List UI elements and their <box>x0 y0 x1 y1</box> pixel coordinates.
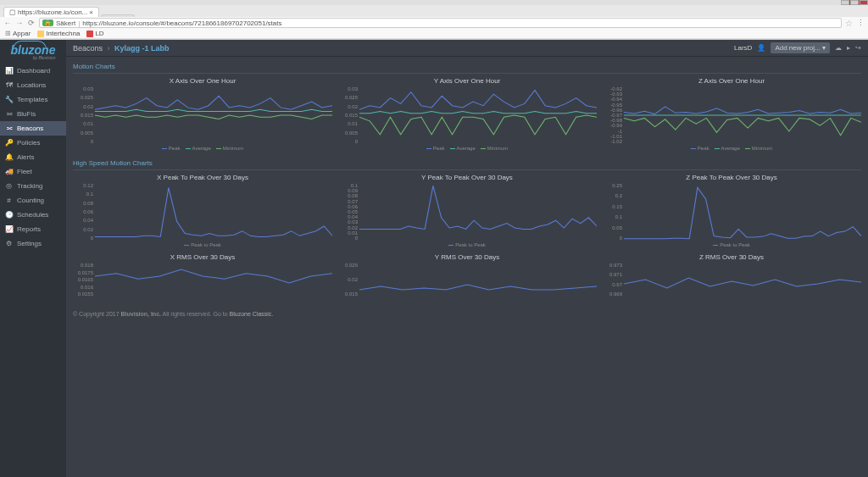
browser-tab-2[interactable] <box>101 14 135 17</box>
y-tick: 0.2 <box>615 193 622 198</box>
sidebar-item-schedules[interactable]: 🕑Schedules <box>0 208 66 222</box>
y-tick: 0.1 <box>615 214 622 219</box>
chart-title: Z Axis Over One Hour <box>602 77 861 85</box>
y-tick: 0.0155 <box>78 291 93 297</box>
legend-minimum[interactable]: Minimum <box>216 146 243 151</box>
browser-chrome: ▢ https://bluzone.io/con... × ← → ⟳ 🔒 Sä… <box>0 0 868 40</box>
logout-icon[interactable]: ↪ <box>855 44 861 52</box>
sidebar-item-policies[interactable]: 🔑Policies <box>0 136 66 150</box>
plot-area[interactable] <box>95 183 332 241</box>
address-bar[interactable]: 🔒 Säkert | https://bluzone.io/console/#/… <box>39 18 842 28</box>
bookmark-ld[interactable]: LD <box>86 30 103 37</box>
legend-minimum[interactable]: Minimum <box>481 146 508 151</box>
legend-peak[interactable]: Peak <box>691 146 709 151</box>
series-peak <box>95 96 332 109</box>
chart-title: Y RMS Over 30 Days <box>337 253 597 261</box>
sidebar-item-counting[interactable]: #Counting <box>0 193 66 208</box>
y-axis: 0.120.10.080.060.040.020 <box>73 183 95 241</box>
y-tick: 0.09 <box>348 188 358 193</box>
window-close[interactable] <box>860 0 868 5</box>
plot-area[interactable] <box>95 263 332 297</box>
y-tick: 0.01 <box>348 230 358 236</box>
series-average <box>359 112 597 114</box>
plot-area[interactable] <box>359 263 597 297</box>
y-tick: -1.02 <box>610 139 622 144</box>
p2p-chart-row: X Peak To Peak Over 30 Days0.120.10.080.… <box>73 174 861 248</box>
y-tick: 0.02 <box>348 225 358 230</box>
sidebar-item-tracking[interactable]: ◎Tracking <box>0 179 66 193</box>
y-tick: 0.04 <box>83 218 93 223</box>
y-tick: -0.94 <box>610 97 622 102</box>
sidebar-item-label: Beacons <box>17 125 43 132</box>
legend-average[interactable]: Average <box>450 146 476 151</box>
legend-p2p[interactable]: Peak to Peak <box>713 242 750 247</box>
apps-button[interactable]: ⊞Appar <box>5 30 31 37</box>
logo[interactable]: bluzone by Bluvision <box>0 40 66 64</box>
y-tick: 0.01 <box>348 121 358 126</box>
chart-title: X RMS Over 30 Days <box>73 253 332 261</box>
breadcrumb-separator: › <box>108 44 110 53</box>
content[interactable]: Motion Charts X Axis Over One Hour0.030.… <box>66 57 868 477</box>
plot-area[interactable] <box>624 263 861 297</box>
tab-title: https://bluzone.io/con... <box>18 8 87 16</box>
sidebar-item-reports[interactable]: 📈Reports <box>0 222 66 236</box>
legend-p2p[interactable]: Peak to Peak <box>184 242 221 247</box>
footer-mid: All rights reserved. Go to <box>163 311 230 317</box>
menu-icon[interactable]: ⋮ <box>856 19 865 27</box>
topbar: Beacons › Kylagg -1 Labb LarsD 👤 Add new… <box>66 40 868 57</box>
add-project-button[interactable]: Add new proj... ▾ <box>771 42 830 53</box>
y-tick: 0.0165 <box>78 277 93 282</box>
plot-area[interactable] <box>359 86 597 144</box>
plot-area[interactable] <box>624 86 861 144</box>
breadcrumb-root[interactable]: Beacons <box>73 44 103 53</box>
y-tick: 0.01 <box>83 121 93 126</box>
truck-icon: 🚚 <box>5 168 13 175</box>
window-maximize[interactable] <box>850 0 859 5</box>
legend-average[interactable]: Average <box>715 146 740 151</box>
y-axis: 0.10.090.080.070.060.050.040.030.020.010 <box>337 183 359 241</box>
star-icon[interactable]: ☆ <box>845 19 853 28</box>
chevron-down-icon: ▾ <box>822 44 826 52</box>
forward-icon[interactable]: → <box>15 19 24 27</box>
y-tick: 0.1 <box>86 191 93 197</box>
sidebar-item-templates[interactable]: 🔧Templates <box>0 92 66 107</box>
sidebar-item-fleet[interactable]: 🚚Fleet <box>0 164 66 179</box>
plot-area[interactable] <box>95 86 332 144</box>
footer-link[interactable]: Bluzone Classic. <box>230 311 274 317</box>
y-tick: 0.02 <box>83 227 93 232</box>
user-icon[interactable]: 👤 <box>757 44 765 52</box>
legend-minimum[interactable]: Minimum <box>745 146 772 151</box>
motion-chart-row: X Axis Over One Hour0.030.0250.020.0150.… <box>73 77 861 152</box>
sidebar-item-dashboard[interactable]: 📊Dashboard <box>0 64 66 78</box>
cloud-icon[interactable]: ☁ <box>835 44 842 52</box>
sidebar-item-alerts[interactable]: 🔔Alerts <box>0 150 66 164</box>
sidebar-item-locations[interactable]: 🗺Locations <box>0 78 66 92</box>
rms-chart-row: X RMS Over 30 Days0.0180.01750.01650.016… <box>73 253 861 301</box>
legend-peak[interactable]: Peak <box>162 146 181 151</box>
legend-p2p[interactable]: Peak to Peak <box>448 242 486 247</box>
window-minimize[interactable] <box>841 0 849 5</box>
tab-close-icon[interactable]: × <box>89 8 93 16</box>
sidebar-item-label: Tracking <box>17 182 42 190</box>
series-rms <box>624 278 861 288</box>
breadcrumb: Beacons › Kylagg -1 Labb <box>73 44 734 53</box>
plot-area[interactable] <box>359 183 597 241</box>
legend-peak[interactable]: Peak <box>426 146 445 151</box>
sidebar-item-blufis[interactable]: ⫘BluFis <box>0 107 66 121</box>
y-tick: -0.96 <box>610 108 622 113</box>
back-icon[interactable]: ← <box>3 19 12 27</box>
sidebar-item-beacons[interactable]: ⫘Beacons <box>0 121 66 136</box>
chart-legend: Peak to Peak <box>73 242 332 247</box>
sidebar-item-settings[interactable]: ⚙Settings <box>0 236 66 251</box>
plot-area[interactable] <box>624 183 861 241</box>
share2-icon: ⫘ <box>5 125 13 132</box>
sidebar-item-label: Templates <box>17 96 47 103</box>
caret-icon[interactable]: ▸ <box>847 44 850 52</box>
chart-icon: 📈 <box>5 225 13 233</box>
reload-icon[interactable]: ⟳ <box>27 19 36 27</box>
bookmark-intertechna[interactable]: Intertechna <box>37 30 80 37</box>
footer-company: Bluvision, Inc. <box>121 311 161 317</box>
legend-average[interactable]: Average <box>186 146 211 151</box>
browser-tab-1[interactable]: ▢ https://bluzone.io/con... × <box>3 7 99 17</box>
username[interactable]: LarsD <box>734 44 752 52</box>
